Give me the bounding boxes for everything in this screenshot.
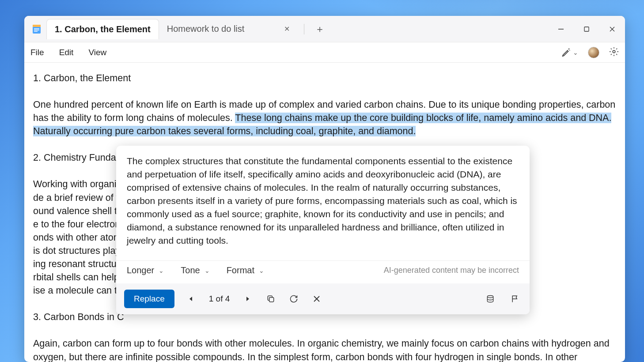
prev-suggestion-button[interactable]: [184, 292, 197, 305]
ai-rewrite-popup: The complex structures that constitute t…: [116, 146, 530, 314]
notepad-app-icon: [30, 23, 43, 35]
tab-inactive[interactable]: Homework to do list ✕: [159, 19, 298, 39]
chevron-down-icon: ⌄: [159, 267, 164, 274]
option-tone[interactable]: Tone ⌄: [181, 265, 209, 275]
ai-footer: Replace 1 of 4: [116, 283, 530, 314]
ai-options-row: Longer ⌄ Tone ⌄ Format ⌄ AI-generated co…: [116, 260, 530, 283]
tab-active-label: 1. Carbon, the Element: [55, 24, 151, 34]
tab-inactive-label: Homework to do list: [167, 24, 245, 34]
svg-point-13: [487, 296, 493, 298]
user-avatar[interactable]: [588, 47, 599, 58]
maximize-button[interactable]: [574, 16, 599, 42]
menubar: File Edit View ⌄: [24, 42, 625, 63]
database-icon[interactable]: [484, 292, 497, 305]
menu-edit[interactable]: Edit: [59, 48, 74, 57]
next-suggestion-button[interactable]: [241, 292, 254, 305]
heading-1: 1. Carbon, the Element: [33, 72, 616, 85]
close-window-button[interactable]: [599, 16, 625, 42]
flag-icon[interactable]: [508, 292, 522, 305]
svg-point-9: [613, 50, 615, 53]
svg-rect-1: [33, 25, 41, 27]
chevron-down-icon: ⌄: [205, 267, 210, 274]
svg-rect-10: [269, 298, 274, 302]
titlebar: 1. Carbon, the Element Homework to do li…: [24, 16, 625, 42]
regenerate-button[interactable]: [287, 292, 300, 305]
option-length[interactable]: Longer ⌄: [127, 265, 164, 275]
menu-view[interactable]: View: [88, 48, 106, 57]
svg-rect-6: [584, 27, 589, 31]
chevron-down-icon: ⌄: [573, 49, 578, 56]
tab-divider: [304, 24, 304, 34]
ai-rewrite-button[interactable]: ⌄: [561, 48, 578, 57]
option-format[interactable]: Format ⌄: [227, 265, 264, 275]
paragraph-1: One hundred percent of known life on Ear…: [33, 98, 616, 138]
chevron-down-icon: ⌄: [259, 267, 264, 274]
settings-button[interactable]: [609, 47, 619, 58]
suggestion-counter: 1 of 4: [209, 294, 230, 304]
dismiss-button[interactable]: [310, 292, 323, 305]
tab-active[interactable]: 1. Carbon, the Element: [46, 19, 159, 39]
paragraph-3: Again, carbon can form up to four bonds …: [33, 337, 616, 362]
minimize-button[interactable]: [548, 16, 574, 42]
copy-button[interactable]: [264, 292, 277, 305]
ai-disclaimer: AI-generated content may be incorrect: [384, 266, 519, 275]
window-controls: [548, 16, 625, 42]
close-tab-icon[interactable]: ✕: [284, 25, 290, 33]
new-tab-button[interactable]: ＋: [311, 20, 329, 38]
ai-suggestion-text: The complex structures that constitute t…: [116, 146, 530, 253]
replace-button[interactable]: Replace: [124, 290, 174, 308]
menu-file[interactable]: File: [30, 48, 44, 57]
